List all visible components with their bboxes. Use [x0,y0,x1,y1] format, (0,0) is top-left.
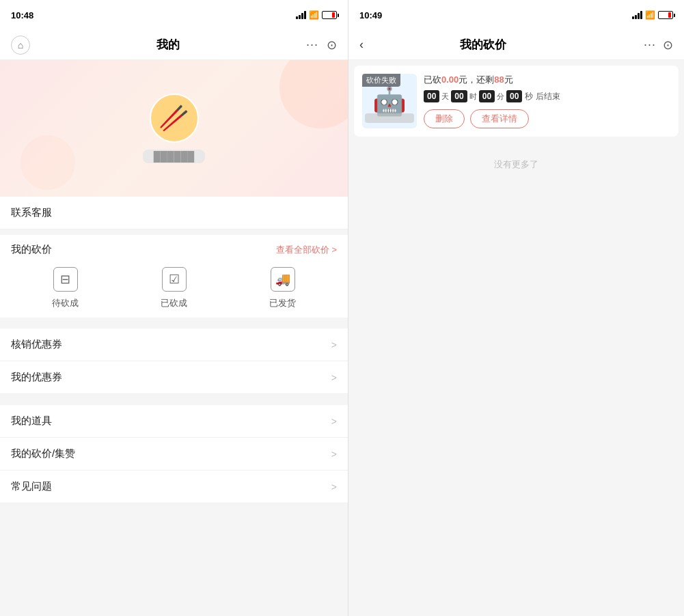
right-wifi-icon: 📶 [645,10,655,20]
right-battery-icon [658,11,673,19]
my-coupon-arrow: > [331,372,337,383]
contact-service-item[interactable]: 联系客服 [0,197,348,229]
countdown-seconds: 00 [506,90,522,102]
cut-done-label: 已砍成 [161,297,187,309]
right-nav-icons: ··· ⊙ [644,38,673,53]
shipped-icon: 🚚 [271,267,295,292]
fail-badge: 砍价失败 [362,74,400,87]
my-price-title: 我的砍价 [11,243,52,256]
no-more-text: 没有更多了 [354,142,679,187]
faq-label: 常见问题 [11,480,331,493]
home-icon[interactable]: ⌂ [11,36,30,55]
record-icon[interactable]: ⊙ [327,38,337,53]
left-nav-icons: ··· ⊙ [306,38,337,53]
my-cut-arrow: > [331,449,337,460]
my-tools-item[interactable]: 我的道具 > [0,405,348,438]
view-all-link[interactable]: 查看全部砍价 > [276,244,337,256]
countdown-minutes: 00 [479,90,495,102]
my-cut-label: 我的砍价/集赞 [11,447,331,460]
left-panel: 10:48 📶 ⌂ 我的 ··· ⊙ 🥢 ██████ [0,0,348,616]
right-status-icons: 📶 [632,10,673,20]
right-panel: 10:49 📶 ‹ 我的砍价 ··· ⊙ 砍价失败 [348,0,684,616]
shipped-label: 已发货 [269,297,296,309]
avatar-emoji: 🥢 [159,104,189,132]
pending-cut-icon: ⊟ [53,267,78,292]
right-signal-icon [632,11,642,19]
my-price-section: 我的砍价 查看全部砍价 > ⊟ 待砍成 ☑ 已砍成 🚚 已发货 [0,235,348,318]
right-more-icon[interactable]: ··· [644,38,656,52]
menu-section: 联系客服 我的砍价 查看全部砍价 > ⊟ 待砍成 ☑ 已砍成 [0,197,348,616]
shipped-item[interactable]: 🚚 已发货 [228,267,337,309]
verify-coupon-arrow: > [331,339,337,350]
countdown-end-label: 秒 [525,91,533,102]
wifi-icon: 📶 [309,10,319,20]
username: ██████ [143,150,206,163]
divider-3 [0,400,348,405]
left-status-bar: 10:48 📶 [0,0,348,30]
right-nav-bar: ‹ 我的砍价 ··· ⊙ [348,30,684,60]
verify-coupon-item[interactable]: 核销优惠券 > [0,328,348,361]
cut-done-icon: ☑ [162,267,187,292]
coupon-group: 核销优惠券 > 我的优惠券 > [0,328,348,394]
avatar[interactable]: 🥢 [150,94,199,143]
right-status-bar: 10:49 📶 [348,0,684,30]
cut-done-item[interactable]: ☑ 已砍成 [120,267,228,309]
product-thumbnail: 砍价失败 🤖 [362,74,417,128]
price-card: 砍价失败 🤖 已砍0.00元，还剩88元 00 天 00 时 00 分 00 秒 [354,66,679,137]
my-coupon-label: 我的优惠券 [11,371,331,384]
battery-icon [322,11,337,19]
faq-item[interactable]: 常见问题 > [0,471,348,503]
left-status-icons: 📶 [296,10,337,20]
signal-icon [296,11,306,19]
countdown-days: 00 [424,90,439,102]
right-nav-title: 我的砍价 [372,37,594,53]
my-tools-arrow: > [331,416,337,427]
pending-cut-label: 待砍成 [52,297,79,309]
already-cut-text: 已砍0.00元，还剩88元 [424,74,670,86]
divider-1 [0,229,348,235]
left-time: 10:48 [11,10,33,20]
my-price-header: 我的砍价 查看全部砍价 > [11,243,337,256]
product-image-placeholder: 🤖 [372,85,407,117]
pending-cut-item[interactable]: ⊟ 待砍成 [11,267,120,309]
divider-2 [0,323,348,328]
more-group: 我的道具 > 我的砍价/集赞 > 常见问题 > [0,405,348,503]
right-content: 砍价失败 🤖 已砍0.00元，还剩88元 00 天 00 时 00 分 00 秒 [348,60,684,616]
detail-button[interactable]: 查看详情 [470,109,529,128]
left-nav-title: 我的 [156,37,180,53]
left-nav-bar: ⌂ 我的 ··· ⊙ [0,30,348,60]
card-buttons: 删除 查看详情 [424,109,670,128]
price-icons-row: ⊟ 待砍成 ☑ 已砍成 🚚 已发货 [11,267,337,309]
contact-service-label: 联系客服 [11,206,337,219]
countdown-hours: 00 [451,90,467,102]
countdown-row: 00 天 00 时 00 分 00 秒 后结束 [424,90,670,102]
more-icon[interactable]: ··· [306,38,318,52]
my-cut-item[interactable]: 我的砍价/集赞 > [0,438,348,471]
back-button[interactable]: ‹ [359,38,364,52]
profile-section: 🥢 ██████ [0,60,348,197]
right-record-icon[interactable]: ⊙ [663,38,673,53]
verify-coupon-label: 核销优惠券 [11,338,331,351]
contact-group: 联系客服 [0,197,348,229]
card-info: 已砍0.00元，还剩88元 00 天 00 时 00 分 00 秒 后结束 删除… [424,74,670,128]
right-time: 10:49 [359,10,382,20]
my-tools-label: 我的道具 [11,415,331,428]
faq-arrow: > [331,481,337,492]
my-coupon-item[interactable]: 我的优惠券 > [0,361,348,394]
delete-button[interactable]: 删除 [424,109,465,128]
blurred-info-row [365,113,414,123]
